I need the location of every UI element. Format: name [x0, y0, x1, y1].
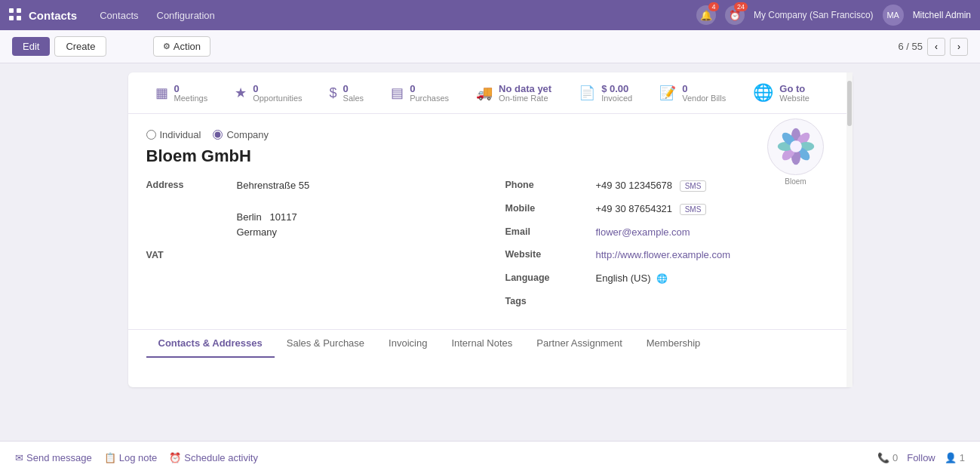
language-value: English (US)	[596, 272, 651, 284]
individual-label: Individual	[160, 129, 201, 140]
ontime-label: On-time Rate	[499, 94, 548, 103]
logo-name: Bloem	[785, 177, 806, 186]
reactions-count: 📞 0	[877, 452, 898, 463]
opportunities-label: Opportunities	[253, 94, 302, 103]
svg-rect-0	[9, 8, 14, 13]
website-label: Website	[779, 94, 809, 103]
send-message-button[interactable]: ✉ Send message	[15, 452, 92, 463]
top-nav-links: Contacts Configuration	[92, 7, 223, 24]
tab-invoicing[interactable]: Invoicing	[376, 330, 439, 358]
individual-radio-label[interactable]: Individual	[146, 129, 201, 140]
app-name: Contacts	[29, 9, 77, 22]
phone-reactions-icon: 📞	[877, 452, 889, 463]
grid-icon[interactable]	[9, 8, 21, 23]
pagination-prev[interactable]: ‹	[927, 38, 945, 56]
user-name[interactable]: Mitchell Admin	[913, 10, 971, 20]
invoiced-amount: $ 0.00	[601, 84, 628, 94]
schedule-icon: ⏰	[169, 452, 181, 463]
create-button[interactable]: Create	[54, 36, 106, 57]
top-navigation: Contacts Contacts Configuration 🔔 4 ⏰ 24…	[0, 0, 980, 30]
smart-btn-purchases[interactable]: ▤ 0 Purchases	[379, 78, 461, 107]
fields-row: Address Behrenstraße 55 Berlin 10117 Ger…	[146, 178, 834, 314]
nav-configuration[interactable]: Configuration	[149, 7, 223, 24]
dollar-icon: $	[330, 85, 337, 101]
pagination-next[interactable]: ›	[950, 38, 968, 56]
mobile-sms-button[interactable]: SMS	[680, 204, 707, 215]
avatar[interactable]: MA	[883, 5, 904, 26]
gear-icon: ⚙	[163, 42, 171, 51]
smart-btn-sales[interactable]: $ 0 Sales	[318, 78, 376, 107]
smart-btn-vendor-bills[interactable]: 📝 0 Vendor Bills	[647, 78, 738, 107]
phone-sms-button[interactable]: SMS	[680, 180, 707, 192]
tags-field: Tags	[505, 294, 834, 306]
vendor-count: 0	[682, 84, 687, 94]
company-radio[interactable]	[213, 130, 223, 140]
type-row: Individual Company	[146, 129, 834, 140]
tab-contacts-addresses[interactable]: Contacts & Addresses	[146, 330, 275, 358]
sales-label: Sales	[343, 94, 364, 103]
invoiced-label: Invoiced	[601, 94, 632, 103]
clock-badge: 24	[734, 2, 748, 11]
smart-btn-ontime[interactable]: 🚚 No data yet On-time Rate	[464, 78, 564, 107]
address-country: Germany	[237, 225, 310, 241]
pagination-info: 6 / 55	[898, 41, 923, 52]
address-city-zip: Berlin 10117	[237, 210, 310, 226]
notification-bell[interactable]: 🔔 4	[696, 5, 716, 25]
pagination: 6 / 55 ‹ ›	[898, 38, 968, 56]
schedule-activity-button[interactable]: ⏰ Schedule activity	[169, 452, 258, 463]
email-value: flower@example.com	[596, 225, 690, 241]
address-value: Behrenstraße 55 Berlin 10117 Germany	[237, 178, 310, 241]
website-link[interactable]: http://www.flower.example.com	[596, 249, 730, 260]
website-goto: Go to	[779, 84, 805, 94]
sales-count: 0	[343, 84, 349, 94]
tab-membership[interactable]: Membership	[634, 330, 713, 358]
chatter-bar: ✉ Send message 📋 Log note ⏰ Schedule act…	[0, 441, 980, 469]
purchases-count: 0	[410, 84, 415, 94]
company-title: Bloem GmbH	[146, 146, 834, 166]
record-card: ▦ 0 Meetings ★ 0 Opportunities $ 0 Sales	[128, 72, 853, 387]
email-link[interactable]: flower@example.com	[596, 226, 690, 238]
company-logo[interactable]	[767, 119, 824, 175]
tags-label: Tags	[505, 294, 596, 306]
individual-radio[interactable]	[146, 130, 156, 140]
calendar-icon: ▦	[155, 85, 168, 101]
scrollbar-thumb[interactable]	[847, 81, 852, 126]
svg-rect-1	[17, 8, 21, 13]
phone-value: +49 30 12345678	[596, 180, 673, 191]
topnav-right: 🔔 4 ⏰ 24 My Company (San Francisco) MA M…	[696, 5, 971, 26]
company-radio-label[interactable]: Company	[213, 129, 269, 140]
smart-btn-website[interactable]: 🌐 Go to Website	[741, 78, 822, 107]
fields-left: Address Behrenstraße 55 Berlin 10117 Ger…	[146, 178, 475, 314]
email-label: Email	[505, 225, 596, 237]
purchases-label: Purchases	[410, 94, 449, 103]
vendor-icon: 📝	[659, 85, 676, 101]
meetings-label: Meetings	[174, 94, 208, 103]
nav-contacts[interactable]: Contacts	[92, 7, 146, 24]
tab-internal-notes[interactable]: Internal Notes	[439, 330, 524, 358]
action-label: Action	[174, 41, 201, 52]
chatter-right: 📞 0 Follow 👤 1	[877, 452, 965, 463]
log-note-button[interactable]: 📋 Log note	[104, 452, 158, 463]
tab-partner-assignment[interactable]: Partner Assignment	[524, 330, 634, 358]
scrollbar-track[interactable]	[846, 72, 853, 387]
purchase-icon: ▤	[391, 85, 404, 101]
mobile-value-area: +49 30 87654321 SMS	[596, 202, 707, 217]
edit-button[interactable]: Edit	[12, 37, 50, 56]
phone-value-area: +49 30 12345678 SMS	[596, 178, 707, 194]
tab-sales-purchase[interactable]: Sales & Purchase	[275, 330, 376, 358]
email-field: Email flower@example.com	[505, 225, 834, 241]
smart-btn-invoiced[interactable]: 📄 $ 0.00 Invoiced	[567, 78, 644, 107]
address-field: Address Behrenstraße 55 Berlin 10117 Ger…	[146, 178, 475, 241]
mobile-label: Mobile	[505, 202, 596, 214]
notification-clock[interactable]: ⏰ 24	[725, 5, 745, 25]
smart-btn-opportunities[interactable]: ★ 0 Opportunities	[223, 78, 314, 107]
follow-button[interactable]: Follow	[907, 452, 935, 463]
ontime-value: No data yet	[499, 84, 551, 94]
action-button[interactable]: ⚙ Action	[153, 36, 210, 57]
chatter-actions: ✉ Send message 📋 Log note ⏰ Schedule act…	[15, 452, 877, 463]
star-icon: ★	[235, 85, 247, 101]
followers-icon: 👤	[945, 452, 957, 463]
address-line1: Behrenstraße 55	[237, 178, 310, 194]
smart-btn-meetings[interactable]: ▦ 0 Meetings	[143, 78, 220, 107]
toolbar: Edit Create ⚙ Action 6 / 55 ‹ ›	[0, 30, 980, 63]
